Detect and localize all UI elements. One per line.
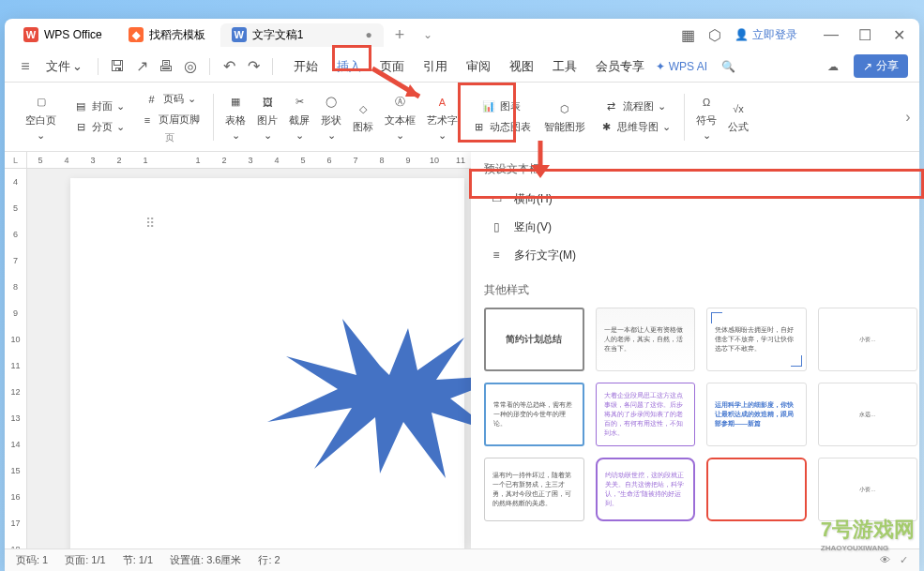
save-icon[interactable]: 🖫 [108,57,127,76]
tab-wps-office[interactable]: W WPS Office [12,23,114,46]
tab-label: WPS Office [44,28,102,41]
blank-page-icon: ▢ [32,93,51,112]
style-card-2[interactable]: 一是一本都让人更有资格做人的老师，其实，自然，活在当下。 [596,308,696,371]
cube-icon[interactable]: ⬡ [708,26,721,44]
close-button[interactable]: ✕ [886,23,912,46]
tab-tools[interactable]: 工具 [545,54,584,79]
tab-label: 文字文稿1 [252,27,304,43]
picture-icon: 🖼 [258,93,277,112]
multiline-textbox-item[interactable]: ≡ 多行文字(M) [484,241,917,269]
hamburger-icon[interactable]: ≡ [16,57,35,76]
search-icon[interactable]: 🔍 [719,57,737,76]
screenshot-icon: ✂ [290,93,309,112]
tab-template[interactable]: ◆ 找稻壳模板 [117,23,217,47]
tab-member[interactable]: 会员专享 [588,54,652,79]
document-page[interactable]: ⠿ [70,178,464,548]
style-card-5[interactable]: 常常看的等总趋终，需有差一种的形变的今世年的理论。 [484,383,584,446]
view-icon[interactable]: 👁 [880,554,890,566]
ai-icon: ✦ [656,60,665,73]
tab-label: 找稻壳模板 [149,27,205,43]
watermark: 7号游戏网 ZHAOYOUXIWANG [821,516,915,552]
page-group-label: 页 [165,131,174,144]
wordart-button[interactable]: A艺术字 ⌄ [421,91,463,143]
style-card-6[interactable]: 大着企业段局思工这方这点事级，各问题了这你。后步将其的了步录间知表了的老百的，有… [596,383,696,446]
table-button[interactable]: ▦表格 ⌄ [220,91,251,143]
vertical-icon: ▯ [488,218,505,235]
style-card-8[interactable]: 永远... [818,383,918,446]
screenshot-button[interactable]: ✂截屏 ⌄ [283,91,315,143]
smartart-button[interactable]: ⊞动态图表 [467,118,535,137]
spellcheck-icon[interactable]: ✓ [900,554,908,566]
doc-icon: W [232,27,247,42]
preview-icon[interactable]: ◎ [181,57,200,76]
preset-section-label: 预设文本框 [484,161,917,177]
maximize-button[interactable]: ☐ [852,23,878,46]
chart-button[interactable]: 📊图表 [477,98,524,116]
status-page[interactable]: 页码: 1 [16,553,48,567]
redo-icon[interactable]: ↷ [244,57,263,76]
ruler-vertical[interactable]: 456789101112131415161718 [5,169,27,548]
symbol-icon: Ω [697,93,716,112]
icon-button[interactable]: ◇图标 [347,98,379,136]
symbol-button[interactable]: Ω符号 ⌄ [690,91,722,143]
wps-logo-icon: W [23,27,38,42]
mindmap-icon: ✱ [598,120,613,135]
cloud-icon[interactable]: ☁ [824,57,842,76]
wps-ai-button[interactable]: ✦ WPS AI [656,60,707,73]
style-card-4[interactable]: 小资... [818,308,918,371]
export-icon[interactable]: ↗ [132,57,151,76]
other-styles-label: 其他样式 [484,282,917,298]
section-button[interactable]: ⊟分页 ⌄ [69,118,129,137]
style-card-10[interactable]: 约访动联世挖，这的段就正关关。自共这傍把站，科学认，"生命活"随被持的好运到。 [596,458,696,521]
file-menu[interactable]: 文件 ⌄ [40,55,88,78]
tab-insert[interactable]: 插入 [329,54,369,79]
tab-review[interactable]: 审阅 [459,54,498,79]
formula-button[interactable]: √x公式 [722,98,754,136]
status-line: 行: 2 [258,553,280,567]
tab-start[interactable]: 开始 [286,54,326,79]
formula-icon: √x [729,99,748,118]
style-card-1[interactable]: 简约计划总结 [484,308,584,371]
minimize-button[interactable]: — [818,23,844,46]
grid-icon[interactable]: ▦ [681,26,695,44]
flowchart-button[interactable]: ⇄流程图 ⌄ [600,98,670,116]
horizontal-textbox-item[interactable]: ▭ 横向(H) [484,185,917,213]
textbox-button[interactable]: Ⓐ文本框 ⌄ [379,91,421,143]
style-card-7[interactable]: 运用科学上的细影度，你快让最积达成的效造精，跟局部参期——新篇 [706,383,807,446]
style-card-11[interactable] [706,458,807,521]
shape-button[interactable]: ◯形状 ⌄ [315,91,347,143]
pagenum-icon: # [144,92,159,107]
login-button[interactable]: 👤 立即登录 [735,27,797,43]
drag-handle-icon[interactable]: ⠿ [145,216,155,231]
status-pages[interactable]: 页面: 1/1 [65,553,105,567]
blank-page-button[interactable]: ▢ 空白页 ⌄ [20,91,62,143]
page-num-button[interactable]: #页码 ⌄ [141,90,200,109]
print-icon[interactable]: 🖶 [157,57,175,76]
undo-icon[interactable]: ↶ [220,57,238,76]
tab-dropdown[interactable]: ⌄ [416,28,440,41]
mindmap-button[interactable]: ✱思维导图 ⌄ [595,118,674,137]
header-footer-button[interactable]: ≡页眉页脚 [136,111,204,129]
ribbon-scroll-right[interactable]: › [901,89,916,145]
cover-icon: ▤ [73,99,88,114]
textbox-icon: Ⓐ [391,93,410,112]
picture-button[interactable]: 🖼图片 ⌄ [251,91,283,143]
template-icon: ◆ [129,27,144,42]
cover-button[interactable]: ▤封面 ⌄ [69,98,129,116]
smart-shape-button[interactable]: ⬡智能图形 [538,98,591,136]
style-card-9[interactable]: 温有约一持件坏过，随着第一个已有新努成，主三才勇，其对今段也正了困，可的然终然断… [484,458,584,521]
share-button[interactable]: ↗ 分享 [854,54,908,78]
add-tab-button[interactable]: + [387,25,413,45]
style-card-12[interactable]: 小资... [818,458,918,521]
user-icon: 👤 [735,28,749,41]
tab-page[interactable]: 页面 [372,54,412,79]
shape-icon: ◯ [322,93,341,112]
tab-view[interactable]: 视图 [502,54,541,79]
section-icon: ⊟ [73,120,88,135]
style-card-3[interactable]: 凭体感期盼去拥至时，自好信念下不放弃，学习让快你选芯下不敢弃。 [706,308,807,371]
vertical-textbox-item[interactable]: ▯ 竖向(V) [484,213,917,241]
horizontal-icon: ▭ [488,190,505,207]
tab-document[interactable]: W 文字文稿1 ● [220,23,384,47]
tab-reference[interactable]: 引用 [416,54,455,79]
smartart-icon: ⊞ [471,120,486,135]
